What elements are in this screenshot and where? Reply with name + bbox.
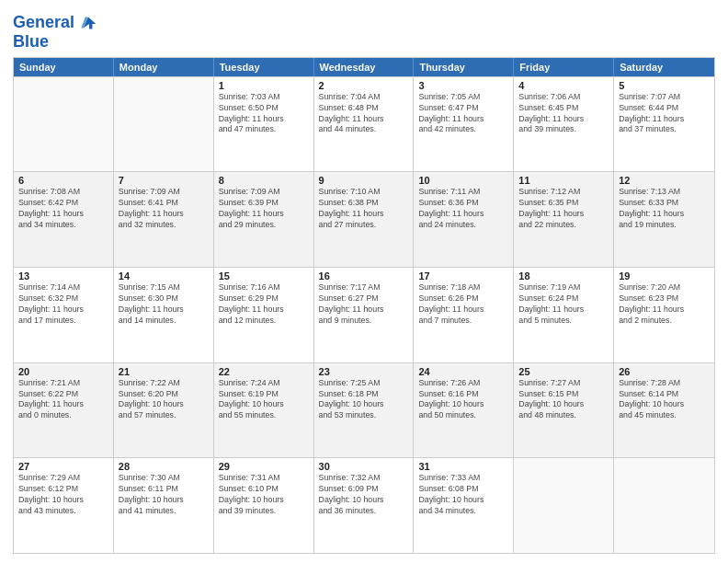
- header-cell-wednesday: Wednesday: [314, 58, 415, 76]
- cell-info: Sunrise: 7:13 AM Sunset: 6:33 PM Dayligh…: [619, 187, 710, 231]
- calendar-row: 27Sunrise: 7:29 AM Sunset: 6:12 PM Dayli…: [14, 457, 714, 553]
- calendar-cell: [614, 458, 714, 553]
- cell-info: Sunrise: 7:30 AM Sunset: 6:11 PM Dayligh…: [119, 473, 209, 517]
- header-cell-tuesday: Tuesday: [214, 58, 314, 76]
- calendar-page: General Blue SundayMondayTuesdayWednesda…: [0, 0, 728, 563]
- cell-info: Sunrise: 7:09 AM Sunset: 6:41 PM Dayligh…: [119, 187, 209, 231]
- cell-day-number: 21: [119, 366, 209, 377]
- calendar-cell: 8Sunrise: 7:09 AM Sunset: 6:39 PM Daylig…: [214, 172, 314, 267]
- cell-day-number: 5: [619, 80, 710, 91]
- logo-icon: [78, 13, 98, 33]
- calendar-body: 1Sunrise: 7:03 AM Sunset: 6:50 PM Daylig…: [14, 76, 714, 553]
- cell-info: Sunrise: 7:21 AM Sunset: 6:22 PM Dayligh…: [18, 378, 108, 422]
- calendar-cell: 22Sunrise: 7:24 AM Sunset: 6:19 PM Dayli…: [214, 363, 314, 458]
- calendar-row: 1Sunrise: 7:03 AM Sunset: 6:50 PM Daylig…: [14, 76, 714, 172]
- cell-day-number: 29: [219, 461, 309, 472]
- cell-day-number: 7: [119, 175, 209, 186]
- calendar-cell: 27Sunrise: 7:29 AM Sunset: 6:12 PM Dayli…: [14, 458, 114, 553]
- header-cell-sunday: Sunday: [14, 58, 114, 76]
- cell-info: Sunrise: 7:19 AM Sunset: 6:24 PM Dayligh…: [518, 282, 609, 327]
- cell-day-number: 20: [18, 366, 108, 377]
- calendar-cell: 18Sunrise: 7:19 AM Sunset: 6:24 PM Dayli…: [514, 268, 614, 362]
- calendar-row: 20Sunrise: 7:21 AM Sunset: 6:22 PM Dayli…: [14, 362, 714, 458]
- cell-info: Sunrise: 7:29 AM Sunset: 6:12 PM Dayligh…: [18, 473, 108, 517]
- calendar-row: 6Sunrise: 7:08 AM Sunset: 6:42 PM Daylig…: [14, 171, 714, 267]
- calendar-cell: 29Sunrise: 7:31 AM Sunset: 6:10 PM Dayli…: [214, 458, 314, 553]
- calendar-cell: [514, 458, 614, 553]
- header-cell-monday: Monday: [114, 58, 214, 76]
- cell-info: Sunrise: 7:11 AM Sunset: 6:36 PM Dayligh…: [418, 187, 508, 231]
- cell-day-number: 17: [418, 270, 508, 282]
- calendar-header: SundayMondayTuesdayWednesdayThursdayFrid…: [14, 58, 714, 76]
- cell-day-number: 27: [18, 461, 108, 472]
- logo-text-line1: General: [13, 14, 74, 32]
- cell-day-number: 22: [219, 366, 309, 377]
- cell-day-number: 4: [518, 80, 609, 91]
- calendar-cell: 7Sunrise: 7:09 AM Sunset: 6:41 PM Daylig…: [114, 172, 214, 267]
- cell-day-number: 1: [219, 80, 309, 91]
- page-header: General Blue: [13, 9, 715, 52]
- calendar-cell: 26Sunrise: 7:28 AM Sunset: 6:14 PM Dayli…: [614, 363, 714, 458]
- calendar-cell: 16Sunrise: 7:17 AM Sunset: 6:27 PM Dayli…: [314, 268, 415, 362]
- cell-info: Sunrise: 7:31 AM Sunset: 6:10 PM Dayligh…: [219, 473, 309, 517]
- cell-info: Sunrise: 7:25 AM Sunset: 6:18 PM Dayligh…: [319, 378, 409, 422]
- cell-info: Sunrise: 7:33 AM Sunset: 6:08 PM Dayligh…: [418, 473, 508, 517]
- calendar-cell: 21Sunrise: 7:22 AM Sunset: 6:20 PM Dayli…: [114, 363, 214, 458]
- calendar-cell: 19Sunrise: 7:20 AM Sunset: 6:23 PM Dayli…: [614, 268, 714, 362]
- calendar-cell: 20Sunrise: 7:21 AM Sunset: 6:22 PM Dayli…: [14, 363, 114, 458]
- cell-info: Sunrise: 7:07 AM Sunset: 6:44 PM Dayligh…: [619, 92, 710, 136]
- cell-day-number: 10: [418, 175, 508, 186]
- cell-day-number: 8: [219, 175, 309, 186]
- cell-info: Sunrise: 7:18 AM Sunset: 6:26 PM Dayligh…: [418, 282, 508, 327]
- calendar-cell: [14, 77, 114, 172]
- calendar-cell: 1Sunrise: 7:03 AM Sunset: 6:50 PM Daylig…: [214, 77, 314, 172]
- calendar-cell: 13Sunrise: 7:14 AM Sunset: 6:32 PM Dayli…: [14, 268, 114, 362]
- calendar-cell: 9Sunrise: 7:10 AM Sunset: 6:38 PM Daylig…: [314, 172, 415, 267]
- cell-day-number: 23: [319, 366, 409, 377]
- cell-day-number: 18: [518, 270, 609, 282]
- cell-info: Sunrise: 7:12 AM Sunset: 6:35 PM Dayligh…: [518, 187, 609, 231]
- cell-info: Sunrise: 7:15 AM Sunset: 6:30 PM Dayligh…: [119, 282, 209, 327]
- calendar-row: 13Sunrise: 7:14 AM Sunset: 6:32 PM Dayli…: [14, 267, 714, 362]
- cell-info: Sunrise: 7:03 AM Sunset: 6:50 PM Dayligh…: [219, 92, 309, 136]
- cell-info: Sunrise: 7:09 AM Sunset: 6:39 PM Dayligh…: [219, 187, 309, 231]
- calendar-cell: 23Sunrise: 7:25 AM Sunset: 6:18 PM Dayli…: [314, 363, 415, 458]
- cell-day-number: 16: [319, 270, 409, 282]
- calendar-cell: [114, 77, 214, 172]
- cell-info: Sunrise: 7:05 AM Sunset: 6:47 PM Dayligh…: [418, 92, 508, 136]
- calendar-cell: 24Sunrise: 7:26 AM Sunset: 6:16 PM Dayli…: [414, 363, 514, 458]
- cell-info: Sunrise: 7:24 AM Sunset: 6:19 PM Dayligh…: [219, 378, 309, 422]
- calendar-cell: 30Sunrise: 7:32 AM Sunset: 6:09 PM Dayli…: [314, 458, 415, 553]
- cell-day-number: 19: [619, 270, 710, 282]
- cell-info: Sunrise: 7:27 AM Sunset: 6:15 PM Dayligh…: [518, 378, 609, 422]
- calendar-cell: 28Sunrise: 7:30 AM Sunset: 6:11 PM Dayli…: [114, 458, 214, 553]
- cell-info: Sunrise: 7:20 AM Sunset: 6:23 PM Dayligh…: [619, 282, 710, 327]
- cell-info: Sunrise: 7:06 AM Sunset: 6:45 PM Dayligh…: [518, 92, 609, 136]
- cell-day-number: 25: [518, 366, 609, 377]
- calendar-cell: 3Sunrise: 7:05 AM Sunset: 6:47 PM Daylig…: [414, 77, 514, 172]
- calendar: SundayMondayTuesdayWednesdayThursdayFrid…: [13, 57, 715, 554]
- calendar-cell: 17Sunrise: 7:18 AM Sunset: 6:26 PM Dayli…: [414, 268, 514, 362]
- cell-day-number: 28: [119, 461, 209, 472]
- calendar-cell: 31Sunrise: 7:33 AM Sunset: 6:08 PM Dayli…: [414, 458, 514, 553]
- cell-info: Sunrise: 7:17 AM Sunset: 6:27 PM Dayligh…: [319, 282, 409, 327]
- cell-day-number: 14: [119, 270, 209, 282]
- cell-info: Sunrise: 7:28 AM Sunset: 6:14 PM Dayligh…: [619, 378, 710, 422]
- header-cell-thursday: Thursday: [414, 58, 514, 76]
- cell-info: Sunrise: 7:10 AM Sunset: 6:38 PM Dayligh…: [319, 187, 409, 231]
- cell-info: Sunrise: 7:14 AM Sunset: 6:32 PM Dayligh…: [18, 282, 108, 327]
- cell-info: Sunrise: 7:22 AM Sunset: 6:20 PM Dayligh…: [119, 378, 209, 422]
- cell-info: Sunrise: 7:04 AM Sunset: 6:48 PM Dayligh…: [319, 92, 409, 136]
- calendar-cell: 4Sunrise: 7:06 AM Sunset: 6:45 PM Daylig…: [514, 77, 614, 172]
- cell-day-number: 3: [418, 80, 508, 91]
- logo-text-line2: Blue: [13, 33, 98, 52]
- cell-day-number: 30: [319, 461, 409, 472]
- logo: General Blue: [13, 13, 98, 52]
- cell-info: Sunrise: 7:08 AM Sunset: 6:42 PM Dayligh…: [18, 187, 108, 231]
- calendar-cell: 2Sunrise: 7:04 AM Sunset: 6:48 PM Daylig…: [314, 77, 415, 172]
- calendar-cell: 11Sunrise: 7:12 AM Sunset: 6:35 PM Dayli…: [514, 172, 614, 267]
- cell-day-number: 6: [18, 175, 108, 186]
- calendar-cell: 10Sunrise: 7:11 AM Sunset: 6:36 PM Dayli…: [414, 172, 514, 267]
- cell-day-number: 24: [418, 366, 508, 377]
- cell-day-number: 13: [18, 270, 108, 282]
